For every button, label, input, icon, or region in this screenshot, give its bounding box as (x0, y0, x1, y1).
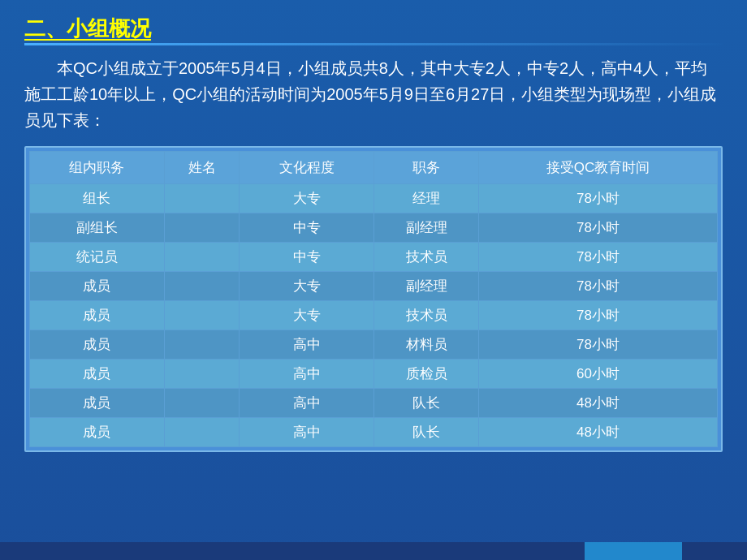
cell-0-0: 组长 (30, 184, 165, 213)
cell-5-1 (164, 330, 240, 360)
cell-0-3: 经理 (374, 184, 479, 213)
cell-3-3: 副经理 (374, 272, 479, 301)
cell-0-2: 大专 (240, 184, 374, 213)
members-table: 组内职务 姓名 文化程度 职务 接受QC教育时间 组长大专经理78小时副组长中专… (29, 151, 718, 447)
cell-7-3: 队长 (374, 389, 479, 418)
cell-0-1 (164, 184, 240, 213)
col-header-education: 文化程度 (240, 152, 374, 184)
cell-4-1 (164, 301, 240, 330)
cell-2-1 (164, 243, 240, 272)
table-row: 组长大专经理78小时 (30, 184, 718, 213)
table-row: 成员高中材料员78小时 (30, 330, 718, 360)
cell-4-0: 成员 (30, 301, 165, 330)
table-row: 成员大专技术员78小时 (30, 301, 718, 330)
cell-8-0: 成员 (30, 418, 165, 447)
title-section: 二、小组概况 (24, 15, 723, 45)
title-underline (24, 43, 723, 45)
cell-4-3: 技术员 (374, 301, 479, 330)
cell-2-0: 统记员 (30, 243, 165, 272)
bottom-bar (0, 542, 747, 560)
cell-5-4: 78小时 (479, 330, 718, 360)
cell-5-3: 材料员 (374, 330, 479, 360)
cell-4-2: 大专 (240, 301, 374, 330)
table-row: 统记员中专技术员78小时 (30, 243, 718, 272)
table-row: 副组长中专副经理78小时 (30, 213, 718, 243)
bottom-bar-mid (585, 542, 682, 560)
cell-6-3: 质检员 (374, 360, 479, 389)
col-header-qc-time: 接受QC教育时间 (479, 152, 718, 184)
cell-7-0: 成员 (30, 389, 165, 418)
bottom-bar-right (682, 542, 747, 560)
cell-2-3: 技术员 (374, 243, 479, 272)
cell-6-2: 高中 (240, 360, 374, 389)
col-header-name: 姓名 (164, 152, 240, 184)
cell-8-4: 48小时 (479, 418, 718, 447)
cell-7-4: 48小时 (479, 389, 718, 418)
cell-2-2: 中专 (240, 243, 374, 272)
cell-2-4: 78小时 (479, 243, 718, 272)
cell-3-2: 大专 (240, 272, 374, 301)
bottom-bar-left (0, 542, 585, 560)
table-row: 成员高中队长48小时 (30, 389, 718, 418)
cell-3-4: 78小时 (479, 272, 718, 301)
cell-1-0: 副组长 (30, 213, 165, 243)
cell-6-0: 成员 (30, 360, 165, 389)
cell-7-2: 高中 (240, 389, 374, 418)
intro-paragraph: 本QC小组成立于2005年5月4日，小组成员共8人，其中大专2人，中专2人，高中… (24, 55, 723, 133)
cell-7-1 (164, 389, 240, 418)
cell-5-0: 成员 (30, 330, 165, 360)
page-title: 二、小组概况 (24, 15, 723, 43)
table-row: 成员大专副经理78小时 (30, 272, 718, 301)
cell-5-2: 高中 (240, 330, 374, 360)
col-header-role: 组内职务 (30, 152, 165, 184)
cell-0-4: 78小时 (479, 184, 718, 213)
page-container: 二、小组概况 本QC小组成立于2005年5月4日，小组成员共8人，其中大专2人，… (0, 0, 747, 560)
cell-1-4: 78小时 (479, 213, 718, 243)
cell-6-4: 60小时 (479, 360, 718, 389)
cell-8-2: 高中 (240, 418, 374, 447)
cell-3-0: 成员 (30, 272, 165, 301)
cell-6-1 (164, 360, 240, 389)
cell-4-4: 78小时 (479, 301, 718, 330)
cell-1-1 (164, 213, 240, 243)
members-table-container: 组内职务 姓名 文化程度 职务 接受QC教育时间 组长大专经理78小时副组长中专… (24, 146, 723, 452)
cell-1-3: 副经理 (374, 213, 479, 243)
col-header-position: 职务 (374, 152, 479, 184)
cell-8-1 (164, 418, 240, 447)
table-row: 成员高中质检员60小时 (30, 360, 718, 389)
table-header-row: 组内职务 姓名 文化程度 职务 接受QC教育时间 (30, 152, 718, 184)
cell-3-1 (164, 272, 240, 301)
cell-1-2: 中专 (240, 213, 374, 243)
cell-8-3: 队长 (374, 418, 479, 447)
table-row: 成员高中队长48小时 (30, 418, 718, 447)
